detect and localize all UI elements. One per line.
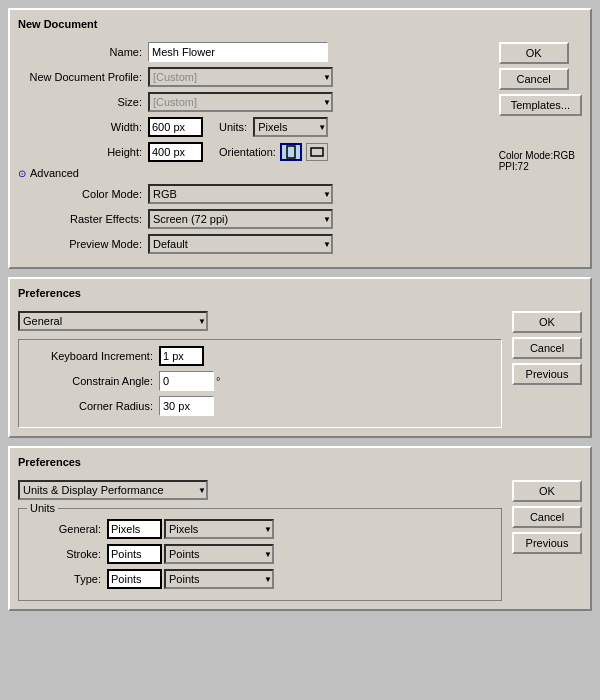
preview-mode-select[interactable]: Default Pixel Overprint (148, 234, 333, 254)
preferences-dialog-2: Preferences Units & Display Performance … (8, 446, 592, 611)
stroke-unit-label: Stroke: (27, 548, 107, 560)
advanced-label: Advanced (30, 167, 79, 179)
color-mode-info: Color Mode:RGB (499, 150, 575, 161)
new-document-buttons: OK Cancel Templates... Color Mode:RGB PP… (499, 42, 582, 172)
keyboard-input[interactable] (159, 346, 204, 366)
preferences-category-select-1[interactable]: General Type Units & Display Performance (18, 311, 208, 331)
units-groupbox: Units General: Pixels Points Inches ▼ (18, 508, 502, 601)
pref1-cancel-button[interactable]: Cancel (512, 337, 582, 359)
corner-label: Corner Radius: (29, 400, 159, 412)
profile-label: New Document Profile: (18, 71, 148, 83)
cancel-button[interactable]: Cancel (499, 68, 569, 90)
svg-rect-1 (311, 148, 323, 156)
type-unit-label: Type: (27, 573, 107, 585)
advanced-arrow-icon: ⊙ (18, 168, 26, 179)
size-select[interactable]: [Custom] (148, 92, 333, 112)
new-document-title: New Document (18, 18, 582, 34)
raster-effects-label: Raster Effects: (18, 213, 148, 225)
orientation-group (280, 143, 328, 161)
width-input[interactable] (148, 117, 203, 137)
pref1-ok-button[interactable]: OK (512, 311, 582, 333)
portrait-button[interactable] (280, 143, 302, 161)
size-label: Size: (18, 96, 148, 108)
new-document-dialog: New Document Name: New Document Profile:… (8, 8, 592, 269)
templates-button[interactable]: Templates... (499, 94, 582, 116)
color-info-block: Color Mode:RGB PPI:72 (499, 150, 575, 172)
profile-select[interactable]: [Custom] (148, 67, 333, 87)
pref2-cancel-button[interactable]: Cancel (512, 506, 582, 528)
height-label: Height: (18, 146, 148, 158)
landscape-button[interactable] (306, 143, 328, 161)
general-unit-label: General: (27, 523, 107, 535)
preferences-category-select-2[interactable]: Units & Display Performance General Type (18, 480, 208, 500)
corner-input[interactable] (159, 396, 214, 416)
general-unit-input[interactable] (107, 519, 162, 539)
name-input[interactable] (148, 42, 328, 62)
width-label: Width: (18, 121, 148, 133)
stroke-unit-input[interactable] (107, 544, 162, 564)
pref1-buttons: OK Cancel Previous (512, 311, 582, 389)
type-unit-input[interactable] (107, 569, 162, 589)
units-select[interactable]: Pixels Points Inches (253, 117, 328, 137)
raster-effects-select[interactable]: Screen (72 ppi) Medium (150 ppi) High (3… (148, 209, 333, 229)
name-label: Name: (18, 46, 148, 58)
svg-rect-0 (287, 146, 295, 158)
pref2-previous-button[interactable]: Previous (512, 532, 582, 554)
pref2-buttons: OK Cancel Previous (512, 480, 582, 558)
degree-symbol: ° (216, 375, 220, 387)
ppi-info: PPI:72 (499, 161, 575, 172)
preview-mode-label: Preview Mode: (18, 238, 148, 250)
general-unit-select[interactable]: Pixels Points Inches (164, 519, 274, 539)
color-mode-select[interactable]: RGB CMYK (148, 184, 333, 204)
preferences-title-2: Preferences (18, 456, 582, 472)
ok-button[interactable]: OK (499, 42, 569, 64)
units-label: Units: (219, 121, 247, 133)
advanced-section: Color Mode: RGB CMYK ▼ Raster Effects: (18, 184, 489, 254)
pref2-ok-button[interactable]: OK (512, 480, 582, 502)
type-unit-select[interactable]: Points Pixels Inches (164, 569, 274, 589)
pref1-previous-button[interactable]: Previous (512, 363, 582, 385)
stroke-unit-select[interactable]: Points Pixels Inches (164, 544, 274, 564)
constrain-label: Constrain Angle: (29, 375, 159, 387)
color-mode-label: Color Mode: (18, 188, 148, 200)
preferences-title-1: Preferences (18, 287, 582, 303)
constrain-input[interactable] (159, 371, 214, 391)
advanced-toggle[interactable]: ⊙ Advanced (18, 167, 489, 179)
keyboard-label: Keyboard Increment: (29, 350, 159, 362)
units-section-label: Units (27, 502, 58, 514)
height-input[interactable] (148, 142, 203, 162)
orientation-label: Orientation: (219, 146, 276, 158)
preferences-dialog-1: Preferences General Type Units & Display… (8, 277, 592, 438)
